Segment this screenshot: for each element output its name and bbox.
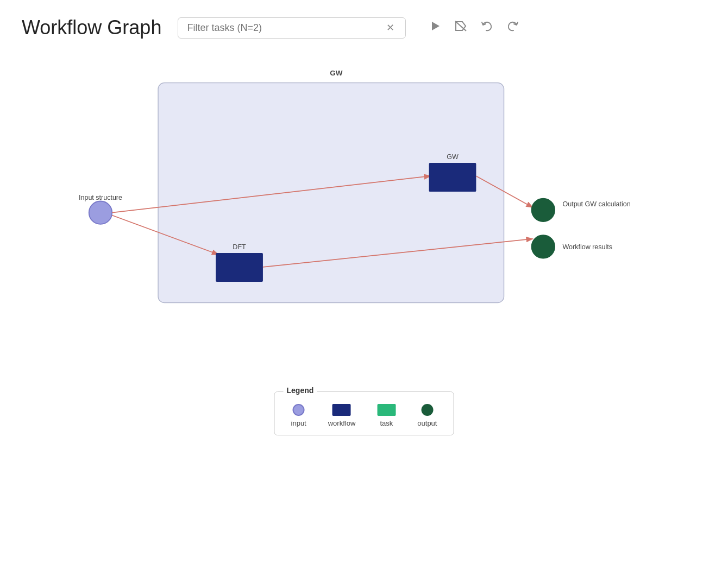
redo-button[interactable] (505, 18, 521, 37)
legend-item-task: task (377, 404, 396, 427)
filter-input[interactable] (187, 22, 379, 34)
workflow-container (158, 83, 504, 303)
legend-workflow-label: workflow (328, 419, 356, 427)
gw-node-label: GW (447, 153, 459, 161)
header: Workflow Graph ✕ (22, 16, 706, 39)
legend-item-input: input (291, 404, 306, 427)
dft-node[interactable] (216, 253, 263, 282)
legend-item-output: output (417, 404, 437, 427)
undo-icon (481, 20, 493, 35)
redo-icon (507, 20, 519, 35)
legend-workflow-icon (332, 404, 351, 416)
input-structure-label: Input structure (79, 194, 122, 201)
undo-button[interactable] (479, 18, 495, 37)
svg-marker-0 (432, 22, 440, 30)
legend-item-workflow: workflow (328, 404, 356, 427)
legend-task-label: task (380, 419, 393, 427)
gw-node[interactable] (429, 163, 476, 192)
workflow-results-node[interactable] (532, 235, 555, 258)
legend-title: Legend (284, 386, 317, 395)
graph-svg: GW Input structure GW DFT (22, 61, 619, 354)
play-icon (430, 21, 441, 35)
tag-slash-icon (455, 21, 467, 35)
svg-line-1 (455, 21, 466, 31)
group-label: GW (330, 69, 343, 77)
toolbar (428, 18, 521, 37)
legend-output-label: output (417, 419, 437, 427)
filter-bar: ✕ (178, 17, 406, 39)
legend-input-icon (293, 404, 305, 416)
workflow-results-label: Workflow results (563, 243, 613, 251)
page-title: Workflow Graph (22, 16, 161, 39)
legend-input-label: input (291, 419, 306, 427)
tag-slash-button[interactable] (453, 18, 469, 37)
legend: Legend input workflow task output (274, 391, 454, 435)
legend-output-icon (421, 404, 433, 416)
graph-area: GW Input structure GW DFT (22, 61, 706, 441)
play-button[interactable] (428, 18, 443, 37)
filter-clear-button[interactable]: ✕ (384, 23, 397, 33)
dft-node-label: DFT (233, 243, 246, 251)
input-structure-node[interactable] (89, 201, 112, 224)
legend-task-icon (377, 404, 396, 416)
output-gw-node[interactable] (532, 199, 555, 222)
page: Workflow Graph ✕ (0, 0, 728, 563)
legend-items: input workflow task output (291, 400, 437, 427)
output-gw-label: Output GW calculation (563, 200, 631, 208)
